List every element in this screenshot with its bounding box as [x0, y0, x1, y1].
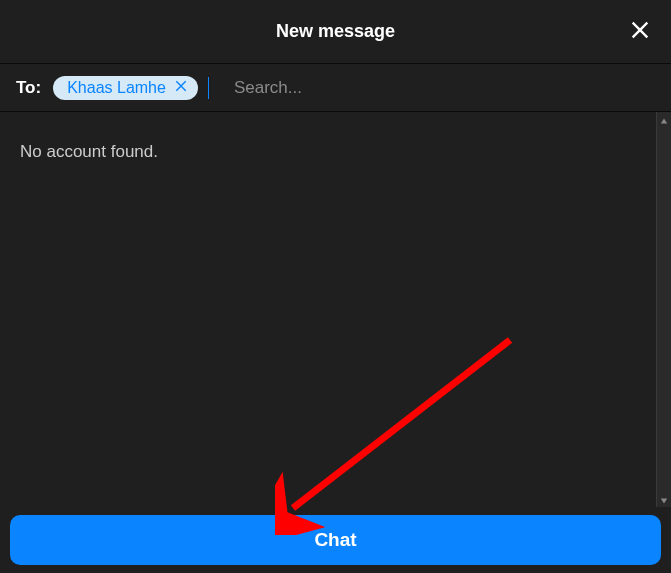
- recipient-name: Khaas Lamhe: [67, 79, 166, 97]
- empty-state-text: No account found.: [20, 142, 636, 162]
- search-wrapper: [208, 78, 655, 98]
- text-cursor: [208, 77, 209, 99]
- close-button[interactable]: [629, 19, 651, 45]
- search-input[interactable]: [208, 78, 655, 98]
- scroll-up-button[interactable]: [657, 112, 671, 127]
- recipient-row: To: Khaas Lamhe: [0, 64, 671, 112]
- dialog-title: New message: [276, 21, 395, 42]
- chevron-down-icon: [660, 491, 668, 509]
- chevron-up-icon: [660, 111, 668, 129]
- svg-marker-5: [661, 498, 667, 503]
- recipient-chip[interactable]: Khaas Lamhe: [53, 76, 198, 100]
- results-area: No account found.: [0, 112, 657, 507]
- to-label: To:: [16, 78, 41, 98]
- svg-marker-4: [661, 118, 667, 123]
- close-icon: [174, 79, 188, 97]
- remove-recipient-button[interactable]: [174, 79, 188, 97]
- close-icon: [629, 19, 651, 45]
- dialog-header: New message: [0, 0, 671, 64]
- chat-button[interactable]: Chat: [10, 515, 661, 565]
- scroll-down-button[interactable]: [657, 492, 671, 507]
- scrollbar-track[interactable]: [657, 112, 671, 507]
